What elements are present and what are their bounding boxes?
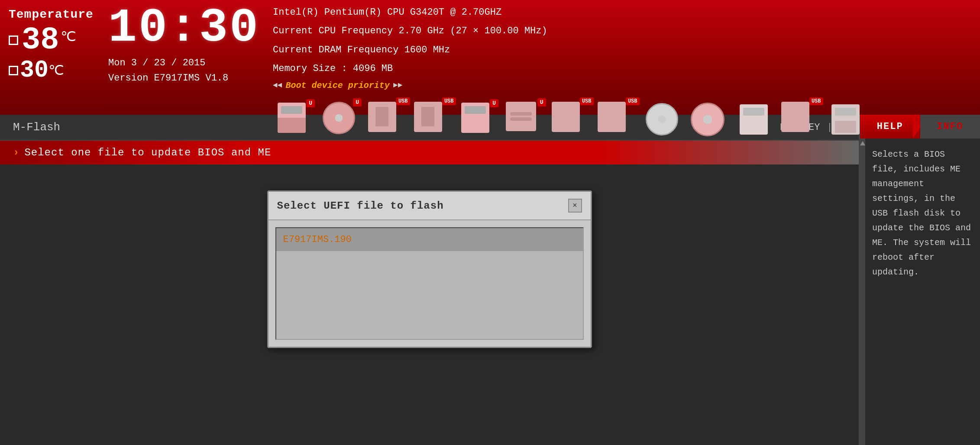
- temp-unit-2: ℃: [49, 62, 64, 79]
- date-text: Mon 3 / 23 / 2015 Version E7917IMS V1.8: [108, 55, 228, 86]
- version-line: Version E7917IMS V1.8: [108, 71, 228, 86]
- boot-icon-usb-4[interactable]: USB: [594, 100, 637, 139]
- file-list[interactable]: E7917IMS.190: [275, 227, 584, 340]
- clock-panel: 10:30 Mon 3 / 23 / 2015 Version E7917IMS…: [100, 0, 264, 115]
- temp-value-1: 38 ℃: [9, 25, 91, 56]
- main-area: M-Flash HOT KEY | ↩ › Select one file to…: [0, 115, 980, 445]
- boot-icon-usb-5[interactable]: USB: [778, 100, 821, 139]
- mflash-title: M-Flash: [13, 121, 60, 134]
- memory-size: Memory Size : 4096 MB: [273, 61, 971, 77]
- scroll-strip: [860, 139, 865, 445]
- badge-u3: U: [490, 99, 498, 107]
- badge-u1: U: [306, 99, 315, 107]
- boot-icon-usb-3[interactable]: USB: [548, 100, 592, 139]
- boot-arrow-right: ►►: [393, 81, 403, 90]
- dialog-close-button[interactable]: ×: [568, 199, 582, 213]
- right-panel: HELP INFO Selects a BIOS file, includes …: [859, 115, 980, 445]
- help-content: Selects a BIOS file, includes ME managem…: [865, 139, 980, 445]
- badge-usb4: USB: [626, 97, 640, 105]
- dialog-container: Select UEFI file to flash × E7917IMS.190: [0, 164, 859, 374]
- boot-icon-floppy-plain[interactable]: [732, 100, 775, 139]
- select-file-bar: › Select one file to update BIOS and ME: [0, 141, 859, 164]
- instruction-text: Select one file to update BIOS and ME: [24, 147, 271, 158]
- boot-icon-cd-plain[interactable]: [640, 100, 683, 139]
- temp-square-1: [9, 35, 18, 45]
- boot-priority-label: Boot device priority: [286, 81, 390, 90]
- dialog-title: Select UEFI file to flash: [277, 200, 444, 212]
- temp-square-2: [9, 66, 18, 75]
- temperature-panel: Temperature 38 ℃ 30 ℃: [0, 0, 100, 115]
- boot-icon-cd-pink[interactable]: [686, 100, 729, 139]
- file-item-0[interactable]: E7917IMS.190: [276, 228, 583, 251]
- date-line: Mon 3 / 23 / 2015: [108, 55, 228, 71]
- boot-priority-bar: ◄◄ Boot device priority ►►: [273, 81, 971, 90]
- sysinfo-section: Intel(R) Pentium(R) CPU G3420T @ 2.70GHZ…: [264, 0, 980, 115]
- boot-icon-hdd-u[interactable]: U: [502, 100, 546, 139]
- cpu-info: Intel(R) Pentium(R) CPU G3420T @ 2.70GHZ: [273, 4, 971, 20]
- badge-usb2: USB: [442, 97, 456, 105]
- badge-usb3: USB: [580, 97, 594, 105]
- tab-help[interactable]: HELP: [860, 115, 920, 139]
- cpu-freq: Current CPU Frequency 2.70 GHz (27 × 100…: [273, 23, 971, 39]
- dialog-titlebar: Select UEFI file to flash ×: [268, 192, 591, 220]
- right-panel-inner: Selects a BIOS file, includes ME managem…: [860, 139, 980, 445]
- boot-icon-usb-1[interactable]: USB: [365, 100, 408, 139]
- boot-arrow-left: ◄◄: [273, 81, 282, 90]
- dram-freq: Current DRAM Frequency 1600 MHz: [273, 42, 971, 58]
- content-area: M-Flash HOT KEY | ↩ › Select one file to…: [0, 115, 859, 445]
- clock-display: 10:30: [108, 4, 260, 52]
- badge-usb1: USB: [396, 97, 410, 105]
- boot-icon-floppy-u2[interactable]: U: [456, 100, 500, 139]
- temperature-label: Temperature: [9, 8, 91, 21]
- temp-number-1: 38: [22, 25, 59, 56]
- temp-number-2: 30: [20, 58, 49, 82]
- badge-usb5: USB: [809, 97, 823, 105]
- header: Temperature 38 ℃ 30 ℃ 10:30 Mon 3 / 23 /…: [0, 0, 980, 115]
- sysinfo-panel: Intel(R) Pentium(R) CPU G3420T @ 2.70GHZ…: [264, 0, 980, 95]
- boot-icon-cd-u[interactable]: U: [319, 100, 362, 139]
- dialog-content: E7917IMS.190: [268, 220, 591, 347]
- badge-u4: U: [537, 98, 546, 106]
- dialog-box: Select UEFI file to flash × E7917IMS.190: [267, 190, 592, 348]
- boot-icon-usb-2[interactable]: USB: [411, 100, 454, 139]
- boot-icon-floppy-u[interactable]: U: [273, 100, 316, 139]
- instruction-arrow: ›: [13, 147, 19, 158]
- temp-value-2: 30 ℃: [9, 58, 91, 82]
- badge-u2: U: [353, 98, 362, 106]
- temp-unit-1: ℃: [61, 28, 76, 45]
